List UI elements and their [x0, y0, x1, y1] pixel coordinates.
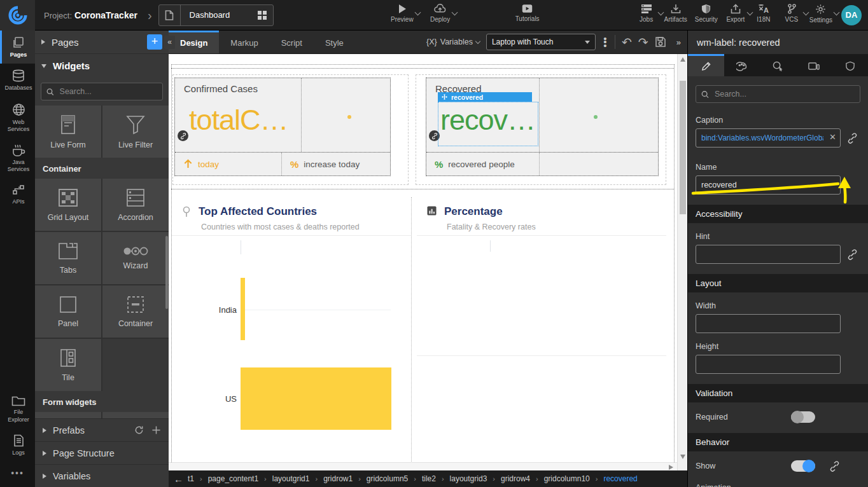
rail-more-button[interactable]: ••• [0, 462, 35, 487]
confirmed-bind-badge[interactable] [178, 130, 188, 141]
confirmed-cases-title[interactable]: Confirmed Cases [184, 83, 258, 94]
tutorials-button[interactable]: Tutorials [512, 4, 543, 22]
rail-item-apis[interactable]: APIs [0, 179, 35, 210]
dashboard-page-tab[interactable]: Dashboard [158, 4, 274, 26]
i18n-button[interactable]: A I18N [750, 4, 778, 23]
deploy-chevron[interactable] [451, 9, 458, 15]
widget-tile[interactable]: Tile [35, 339, 101, 391]
recovered-chart-placeholder[interactable] [540, 78, 658, 152]
clear-binding-icon[interactable]: ✕ [829, 133, 836, 141]
deploy-button[interactable]: Deploy [426, 4, 454, 23]
page-structure-accordion-header[interactable]: Page Structure [35, 441, 169, 464]
breadcrumb-item[interactable]: gridcolumn10 [544, 474, 590, 483]
preview-button[interactable]: Preview [387, 4, 417, 23]
widget-wizard[interactable]: Wizard [102, 232, 169, 284]
tab-design[interactable]: Design [169, 31, 219, 53]
preview-chevron[interactable] [414, 9, 421, 15]
collapse-left-panel-button[interactable]: « [164, 36, 175, 49]
device-select[interactable]: Laptop with Touch [486, 34, 596, 50]
height-input[interactable] [696, 355, 841, 374]
rail-item-databases[interactable]: Databases [0, 64, 35, 97]
user-avatar[interactable]: DA [841, 5, 862, 25]
breadcrumb-item-selected[interactable]: recovered [603, 474, 637, 483]
scroll-down-arrow[interactable] [680, 455, 685, 459]
tab-markup[interactable]: Markup [219, 31, 269, 53]
refresh-icon[interactable] [134, 425, 144, 435]
scroll-up-arrow[interactable] [680, 57, 685, 62]
design-canvas[interactable]: Confirmed Cases totalC… today [169, 54, 687, 470]
prefabs-accordion-header[interactable]: Prefabs [35, 418, 169, 441]
recovered-people-cell[interactable]: % recovered people [426, 153, 540, 175]
pages-accordion-header[interactable]: Pages + [35, 31, 169, 54]
variables-accordion-header[interactable]: Variables [35, 464, 169, 487]
project-chevron[interactable]: › [148, 9, 152, 22]
save-button[interactable] [655, 36, 666, 48]
confirmed-chart-placeholder[interactable] [302, 78, 390, 152]
breadcrumb-back-arrow[interactable]: ← [174, 474, 183, 484]
collapse-right-panel-button[interactable]: » [673, 38, 682, 47]
widget-search[interactable] [41, 83, 163, 100]
scrollbar-handle[interactable] [680, 81, 686, 214]
breadcrumb-item[interactable]: page_content1 [208, 474, 258, 483]
rail-item-java-services[interactable]: Java Services [0, 138, 35, 179]
name-input[interactable] [696, 175, 841, 195]
tab-security[interactable] [832, 54, 868, 76]
tab-script[interactable]: Script [270, 31, 314, 53]
widget-accordion[interactable]: Accordion [102, 179, 169, 231]
widget-list-scrollbar[interactable] [165, 236, 168, 309]
rail-item-web-services[interactable]: Web Services [0, 97, 35, 139]
rail-item-logs[interactable]: Logs [0, 429, 35, 462]
selection-tag[interactable]: recovered [438, 92, 532, 102]
property-search-input[interactable] [713, 89, 855, 99]
settings-button[interactable]: Settings [806, 4, 836, 24]
width-input[interactable] [696, 314, 841, 333]
increase-today-cell[interactable]: % increase today [282, 153, 368, 175]
tile-recovered[interactable]: Recovered recovered recov… [426, 78, 659, 176]
add-page-button[interactable]: + [147, 34, 162, 50]
jobs-button[interactable]: Jobs [633, 4, 661, 23]
add-prefab-icon[interactable] [151, 425, 161, 435]
rail-item-pages[interactable]: Pages [0, 31, 35, 64]
breadcrumb-item[interactable]: tile2 [422, 474, 436, 483]
redo-button[interactable]: ↷ [638, 36, 648, 48]
widget-container[interactable]: Container [102, 285, 169, 338]
tab-styles[interactable] [724, 54, 760, 76]
rail-item-file-explorer[interactable]: File Explorer [0, 389, 35, 429]
property-search[interactable] [696, 85, 860, 103]
bar-us[interactable] [241, 367, 391, 430]
breadcrumb-item[interactable]: gridrow4 [501, 474, 530, 483]
breadcrumb-item[interactable]: gridrow1 [323, 474, 353, 483]
show-bind-link-icon[interactable] [829, 461, 840, 472]
hint-bind-link-icon[interactable] [847, 249, 858, 260]
canvas-more-menu[interactable]: ••• [602, 37, 608, 47]
page-grid-icon[interactable] [251, 4, 273, 26]
settings-chevron[interactable] [834, 9, 840, 15]
artifacts-button[interactable]: Artifacts [661, 4, 691, 23]
recovered-empty-cell[interactable] [540, 153, 556, 175]
widgets-accordion-header[interactable]: Widgets [35, 54, 169, 78]
breadcrumb-item[interactable]: layoutgrid1 [272, 474, 310, 483]
tile-confirmed-cases[interactable]: Confirmed Cases totalC… today [174, 78, 391, 176]
widget-live-filter[interactable]: Live Filter [102, 106, 169, 158]
tab-properties[interactable] [688, 54, 724, 76]
vcs-button[interactable]: VCS [778, 4, 806, 23]
today-cell[interactable]: today [175, 153, 282, 175]
wavemaker-logo[interactable] [0, 0, 35, 31]
widget-grid-layout[interactable]: Grid Layout [35, 179, 101, 231]
widget-search-input[interactable] [59, 86, 157, 97]
export-button[interactable]: Export [722, 4, 750, 23]
scroll-right-arrow[interactable] [669, 465, 673, 470]
tab-style[interactable]: Style [314, 31, 355, 53]
undo-button[interactable]: ↶ [622, 36, 632, 48]
breadcrumb-item[interactable]: gridcolumn5 [367, 474, 408, 483]
canvas-vertical-scrollbar[interactable] [677, 54, 687, 470]
panel-top-affected-countries[interactable]: Top Affected Countries Countries with mo… [172, 197, 412, 464]
required-toggle[interactable] [791, 411, 815, 423]
breadcrumb-item[interactable]: layoutgrid3 [450, 474, 487, 483]
tab-devices[interactable] [796, 54, 832, 76]
hint-input[interactable] [696, 245, 841, 264]
show-toggle[interactable] [791, 460, 815, 472]
confirmed-total-label[interactable]: totalC… [189, 104, 288, 137]
security-button[interactable]: Security [691, 4, 722, 23]
widget-live-form[interactable]: Live Form [35, 106, 101, 158]
